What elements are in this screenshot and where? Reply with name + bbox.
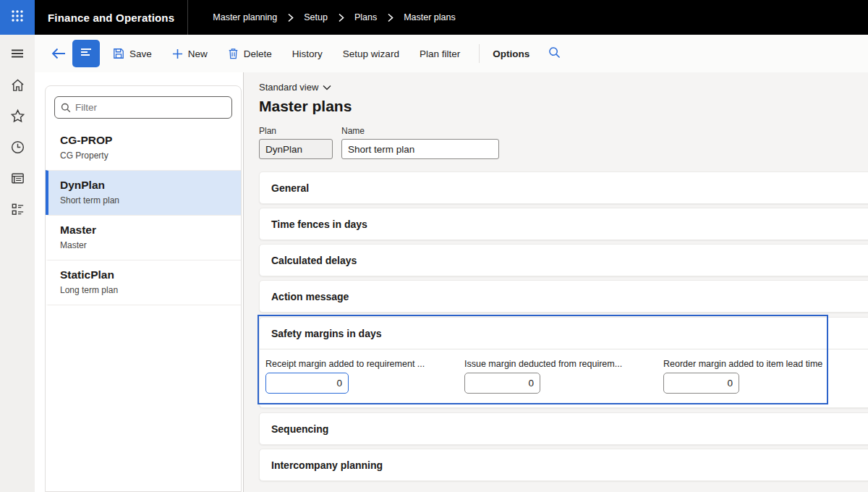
plan-name: Long term plan (60, 285, 229, 295)
search-icon (61, 103, 71, 113)
setup-wizard-button[interactable]: Setup wizard (340, 44, 402, 64)
section-sequencing[interactable]: Sequencing (259, 412, 868, 445)
filter-box[interactable] (54, 96, 232, 119)
section-title: Intercompany planning (271, 459, 383, 471)
list-item-selected[interactable]: DynPlan Short term plan (46, 170, 241, 215)
waffle-icon (11, 9, 24, 25)
name-field-label: Name (341, 126, 499, 136)
section-title: Sequencing (271, 423, 328, 435)
section-title: General (271, 182, 309, 194)
section-title: Calculated delays (271, 255, 357, 266)
reorder-margin-label: Reorder margin added to item lead time (663, 359, 860, 369)
options-label: Options (493, 48, 529, 59)
section-time-fences[interactable]: Time fences in days (259, 208, 868, 240)
hamburger-menu-icon[interactable] (9, 46, 25, 62)
safety-margins-fields: Receipt margin added to requirement ... … (260, 349, 868, 407)
plan-id: DynPlan (60, 179, 229, 192)
workspaces-icon[interactable] (9, 170, 25, 186)
plan-name: Master (60, 240, 229, 250)
save-button[interactable]: Save (110, 43, 155, 64)
action-toolbar: Save New Delete History Setup wizard (35, 35, 868, 72)
name-field-group: Name (341, 126, 499, 159)
plus-icon (172, 48, 183, 59)
new-label: New (188, 48, 208, 59)
app-launcher-button[interactable] (0, 0, 35, 35)
breadcrumb-setup[interactable]: Setup (304, 12, 328, 22)
history-label: History (292, 48, 323, 59)
back-button[interactable] (49, 44, 68, 63)
record-header-fields: Plan Name (259, 126, 868, 159)
breadcrumb: Master planning Setup Plans Master plans (213, 12, 455, 22)
section-calculated-delays[interactable]: Calculated delays (259, 244, 868, 276)
section-general[interactable]: General (259, 171, 868, 204)
new-button[interactable]: New (169, 44, 210, 64)
setup-wizard-label: Setup wizard (343, 48, 399, 59)
modules-list-icon[interactable] (9, 201, 25, 217)
plan-id: CG-PROP (60, 134, 229, 147)
save-label: Save (129, 48, 152, 59)
toolbar-divider (479, 44, 480, 63)
plan-filter-label: Plan filter (420, 48, 460, 59)
list-item[interactable]: CG-PROP CG Property (46, 126, 241, 170)
chevron-right-icon (286, 13, 294, 22)
reorder-margin-input[interactable] (663, 373, 739, 394)
plan-id: StaticPlan (60, 268, 229, 281)
receipt-margin-field-group: Receipt margin added to requirement ... (263, 359, 462, 394)
plan-name: Short term plan (60, 195, 229, 205)
favorites-star-icon[interactable] (9, 108, 25, 124)
issue-margin-input[interactable] (464, 373, 540, 394)
receipt-margin-input[interactable] (265, 373, 349, 394)
section-action-message[interactable]: Action message (259, 280, 868, 313)
section-safety-margins-header[interactable]: Safety margins in days (260, 318, 868, 349)
list-empty-area (46, 305, 241, 492)
delete-label: Delete (244, 48, 272, 59)
search-icon (548, 46, 561, 62)
section-title: Action message (271, 291, 349, 302)
chevron-down-icon (323, 82, 331, 93)
plan-field-label: Plan (259, 126, 333, 136)
delete-button[interactable]: Delete (225, 43, 275, 64)
breadcrumb-master-plans[interactable]: Master plans (404, 12, 456, 22)
section-title: Time fences in days (271, 219, 367, 230)
history-button[interactable]: History (289, 44, 326, 64)
section-safety-margins-wrapper: Safety margins in days Receipt margin ad… (259, 317, 868, 408)
navigation-rail (0, 35, 35, 492)
home-icon[interactable] (9, 77, 25, 93)
reorder-margin-field-group: Reorder margin added to item lead time (661, 359, 860, 394)
trash-icon (228, 48, 239, 59)
details-pane: Standard view Master plans Plan Name (244, 72, 868, 492)
chevron-right-icon (386, 13, 394, 22)
topbar-divider (187, 0, 188, 35)
plans-list-card: CG-PROP CG Property DynPlan Short term p… (45, 85, 242, 492)
save-icon (113, 48, 124, 59)
plan-id: Master (60, 224, 229, 237)
breadcrumb-plans[interactable]: Plans (354, 12, 377, 22)
list-item[interactable]: Master Master (46, 215, 241, 260)
plan-field-input[interactable] (259, 139, 333, 159)
list-pane-toggle-button[interactable] (72, 40, 100, 67)
receipt-margin-label: Receipt margin added to requirement ... (265, 359, 462, 369)
name-field-input[interactable] (341, 139, 499, 159)
list-pane-icon (80, 46, 93, 61)
plan-name: CG Property (60, 150, 229, 161)
section-safety-margins: Safety margins in days Receipt margin ad… (259, 317, 868, 408)
top-bar: Finance and Operations Master planning S… (0, 0, 868, 35)
toolbar-search-button[interactable] (548, 46, 561, 62)
list-item[interactable]: StaticPlan Long term plan (46, 260, 241, 305)
plan-field-group: Plan (259, 126, 333, 159)
filter-input[interactable] (75, 102, 226, 113)
plans-list-panel: CG-PROP CG Property DynPlan Short term p… (35, 72, 244, 492)
page-title: Master plans (259, 98, 868, 115)
plan-filter-button[interactable]: Plan filter (417, 44, 463, 64)
options-button[interactable]: Options (490, 44, 532, 64)
breadcrumb-master-planning[interactable]: Master planning (213, 12, 277, 22)
view-switcher-label: Standard view (259, 82, 318, 93)
chevron-right-icon (337, 13, 345, 22)
view-switcher[interactable]: Standard view (259, 82, 331, 93)
issue-margin-label: Issue margin deducted from requirem... (464, 359, 661, 369)
recent-clock-icon[interactable] (9, 139, 25, 155)
app-title[interactable]: Finance and Operations (35, 12, 187, 24)
issue-margin-field-group: Issue margin deducted from requirem... (462, 359, 661, 394)
fasttab-sections: General Time fences in days Calculated d… (259, 171, 868, 481)
section-intercompany-planning[interactable]: Intercompany planning (259, 449, 868, 481)
